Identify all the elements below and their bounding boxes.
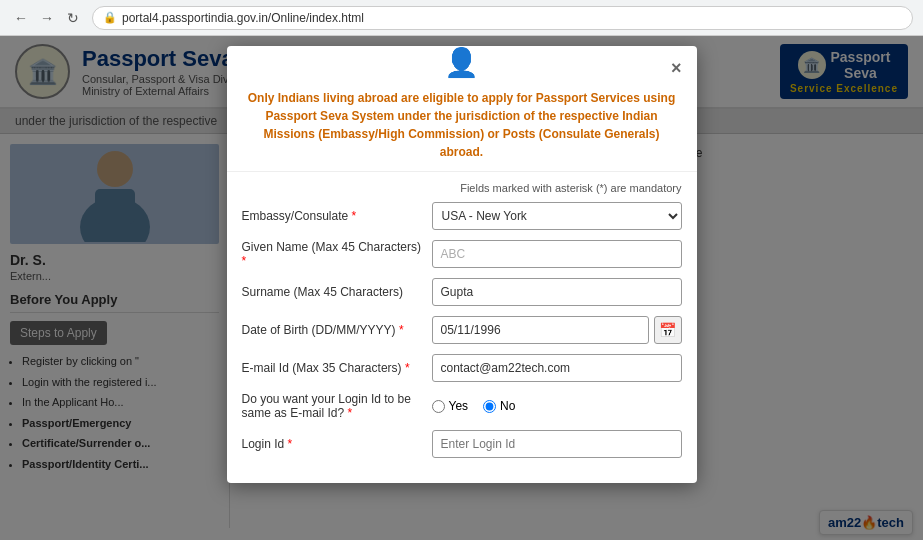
modal-body: Fields marked with asterisk (*) are mand… — [227, 172, 697, 483]
yes-option[interactable]: Yes — [432, 399, 469, 413]
embassy-row: Embassy/Consulate * USA - New York USA -… — [242, 202, 682, 230]
given-name-required: * — [242, 254, 247, 268]
email-label: E-mail Id (Max 35 Characters) * — [242, 361, 422, 375]
reload-button[interactable]: ↻ — [62, 7, 84, 29]
email-input[interactable] — [432, 354, 682, 382]
calendar-icon[interactable]: 📅 — [654, 316, 682, 344]
embassy-required: * — [352, 209, 357, 223]
email-required: * — [405, 361, 410, 375]
address-bar[interactable]: 🔒 portal4.passportindia.gov.in/Online/in… — [92, 6, 913, 30]
given-name-label: Given Name (Max 45 Characters) * — [242, 240, 422, 268]
login-id-label: Login Id * — [242, 437, 422, 451]
given-name-row: Given Name (Max 45 Characters) * ABC — [242, 240, 682, 268]
login-id-row: Login Id * — [242, 430, 682, 458]
login-same-required: * — [348, 406, 353, 420]
login-same-label: Do you want your Login Id to be same as … — [242, 392, 422, 420]
mandatory-note: Fields marked with asterisk (*) are mand… — [242, 182, 682, 194]
surname-row: Surname (Max 45 Characters) — [242, 278, 682, 306]
login-same-radio-group: Yes No — [432, 399, 682, 413]
yes-label: Yes — [449, 399, 469, 413]
no-label: No — [500, 399, 515, 413]
browser-toolbar: ← → ↻ 🔒 portal4.passportindia.gov.in/Onl… — [0, 0, 923, 36]
embassy-select[interactable]: USA - New York USA - Chicago USA - Houst… — [432, 202, 682, 230]
modal-overlay: × 👤 Only Indians living abroad are eligi… — [0, 36, 923, 540]
login-id-required: * — [288, 437, 293, 451]
email-row: E-mail Id (Max 35 Characters) * — [242, 354, 682, 382]
modal-dialog: × 👤 Only Indians living abroad are eligi… — [227, 46, 697, 483]
no-option[interactable]: No — [483, 399, 515, 413]
yes-radio[interactable] — [432, 400, 445, 413]
dob-input[interactable] — [432, 316, 649, 344]
login-same-row: Do you want your Login Id to be same as … — [242, 392, 682, 420]
nav-buttons: ← → ↻ — [10, 7, 84, 29]
dob-row: Date of Birth (DD/MM/YYYY) * 📅 — [242, 316, 682, 344]
dob-row-controls: 📅 — [432, 316, 682, 344]
login-id-input[interactable] — [432, 430, 682, 458]
modal-person-icon: 👤 — [227, 46, 697, 79]
lock-icon: 🔒 — [103, 11, 117, 24]
dob-label: Date of Birth (DD/MM/YYYY) * — [242, 323, 422, 337]
modal-close-button[interactable]: × — [671, 58, 682, 79]
url-text: portal4.passportindia.gov.in/Online/inde… — [122, 11, 364, 25]
forward-button[interactable]: → — [36, 7, 58, 29]
given-name-input-placeholder: ABC — [432, 240, 682, 268]
embassy-label: Embassy/Consulate * — [242, 209, 422, 223]
back-button[interactable]: ← — [10, 7, 32, 29]
surname-input[interactable] — [432, 278, 682, 306]
no-radio[interactable] — [483, 400, 496, 413]
modal-warning-text: Only Indians living abroad are eligible … — [227, 84, 697, 172]
surname-label: Surname (Max 45 Characters) — [242, 285, 422, 299]
page-content: 🏛️ Passport Seva at Indian Embassies and… — [0, 36, 923, 540]
dob-required: * — [399, 323, 404, 337]
